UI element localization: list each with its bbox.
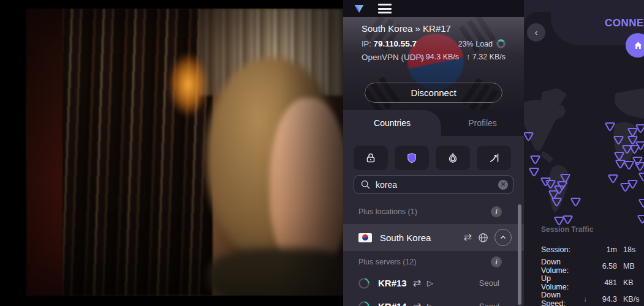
p2p-button[interactable] xyxy=(477,146,511,170)
map-pin-icon xyxy=(638,172,644,182)
connection-status-badge: CONNECTED xyxy=(605,17,644,29)
map-pin-icon xyxy=(635,162,644,171)
map-pin-icon xyxy=(530,155,540,165)
secure-core-button[interactable] xyxy=(354,146,388,170)
clear-search-icon[interactable]: ✕ xyxy=(498,180,508,190)
map-pin-icon xyxy=(635,124,644,133)
tab-profiles[interactable]: Profiles xyxy=(441,110,524,136)
shield-icon xyxy=(406,152,417,163)
screen: South Korea » KR#17 IP: 79.110.55.7 23% … xyxy=(0,0,644,306)
upload-speed: ↑ 7.32 KB/s xyxy=(466,53,506,61)
countries-panel: ✕ Plus locations (1) i South Korea ⇄ xyxy=(343,136,524,306)
server-row[interactable]: KR#13 ⇄ ▷ Seoul xyxy=(343,272,524,294)
session-row: Down Volume: 6.58 MB xyxy=(541,258,642,274)
down-arrow-icon xyxy=(580,295,590,304)
map-pin-icon xyxy=(638,198,644,208)
shuffle-icon[interactable]: ⇄ xyxy=(464,233,472,242)
map-pin-icon xyxy=(529,167,539,177)
connection-header: South Korea » KR#17 IP: 79.110.55.7 23% … xyxy=(343,17,524,110)
tab-countries[interactable]: Countries xyxy=(343,110,441,136)
session-traffic-panel: Session Traffic Session: 1m 18s Down Vol… xyxy=(541,225,642,306)
tab-bar: Countries Profiles xyxy=(343,110,524,136)
session-traffic-title: Session Traffic xyxy=(541,225,642,234)
connection-title: South Korea » KR#17 xyxy=(362,23,451,34)
feature-filter-row xyxy=(354,146,511,170)
tor-icon xyxy=(447,152,459,164)
map-panel: Session Traffic Session: 1m 18s Down Vol… xyxy=(524,0,644,306)
protocol-label: OpenVPN (UDP) xyxy=(362,53,424,62)
scrollbar[interactable] xyxy=(518,204,521,305)
collapse-sidebar-button[interactable]: ‹ xyxy=(527,23,545,42)
tor-button[interactable] xyxy=(436,146,470,170)
map-pin-icon xyxy=(524,132,534,141)
search-input[interactable] xyxy=(376,180,498,190)
country-row-south-korea[interactable]: South Korea ⇄ xyxy=(343,224,524,251)
load-label: 23% Load xyxy=(458,40,493,48)
netshield-button[interactable] xyxy=(395,146,429,170)
app-topbar xyxy=(343,0,524,17)
disconnect-button[interactable]: Disconnect xyxy=(365,83,502,103)
map-pin-icon xyxy=(629,144,640,154)
lock-icon xyxy=(365,152,377,164)
home-icon xyxy=(633,40,643,51)
download-speed: ↓ 94.3 KB/s xyxy=(420,53,459,61)
map-pin-icon xyxy=(608,174,618,184)
load-ring-icon xyxy=(496,39,506,48)
menu-icon[interactable] xyxy=(378,4,392,13)
collapse-button[interactable] xyxy=(494,229,512,246)
south-korea-flag-icon xyxy=(358,233,372,242)
info-icon[interactable]: i xyxy=(491,256,502,267)
plus-locations-header: Plus locations (1) i xyxy=(343,203,524,220)
map-pin-icon xyxy=(627,179,638,189)
vpn-sidebar: South Korea » KR#17 IP: 79.110.55.7 23% … xyxy=(343,0,524,306)
p2p-arrow-icon xyxy=(488,152,500,164)
map-pin-icon xyxy=(563,215,573,225)
shuffle-icon[interactable]: ⇄ xyxy=(413,278,421,288)
server-load-ring-icon xyxy=(358,301,369,306)
map-pin-icon xyxy=(637,214,644,224)
play-icon[interactable]: ▷ xyxy=(427,302,433,306)
protonvpn-logo xyxy=(354,3,365,14)
search-box: ✕ xyxy=(354,175,513,194)
session-row: Up Volume: 481 KB xyxy=(541,274,642,291)
map-pin-icon xyxy=(605,122,615,132)
world-map: Session Traffic Session: 1m 18s Down Vol… xyxy=(524,12,644,306)
server-load-ring-icon xyxy=(358,278,369,289)
server-row[interactable]: KR#14 ⇄ ▷ Seoul xyxy=(343,295,524,306)
session-row: Down Speed: 94.3 KB/s xyxy=(541,291,642,306)
map-pin-icon xyxy=(551,197,562,207)
plus-servers-header: Plus servers (12) i xyxy=(343,253,524,271)
info-icon[interactable]: i xyxy=(491,206,502,217)
video-frame xyxy=(26,9,343,296)
globe-icon[interactable] xyxy=(477,232,489,244)
map-pin-icon xyxy=(570,197,581,207)
shuffle-icon[interactable]: ⇄ xyxy=(413,302,421,306)
ip-value: 79.110.55.7 xyxy=(374,39,417,48)
ip-label: IP: xyxy=(362,39,371,48)
chevron-up-icon xyxy=(499,233,507,242)
play-icon[interactable]: ▷ xyxy=(427,278,433,288)
session-row: Session: 1m 18s xyxy=(541,241,642,258)
video-player[interactable] xyxy=(0,0,343,306)
search-icon xyxy=(360,179,371,190)
